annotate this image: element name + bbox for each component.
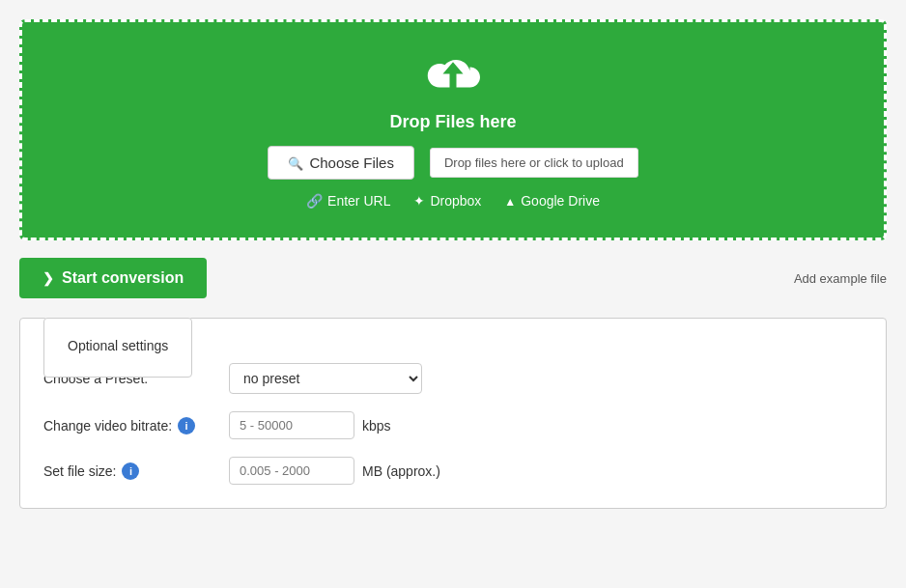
dropbox-label: Dropbox [430,193,481,209]
optional-settings-legend: Optional settings [43,318,192,378]
start-conversion-label: Start conversion [62,269,184,287]
filesize-input[interactable] [229,457,354,485]
bitrate-unit: kbps [362,418,391,434]
choose-files-label: Choose Files [309,154,394,171]
drop-files-text: Drop Files here [42,112,864,132]
dropbox-icon [413,193,425,209]
filesize-label: Set file size: i [43,462,217,480]
search-icon [288,154,303,171]
filesize-control: MB (approx.) [229,457,440,485]
choose-files-button[interactable]: Choose Files [268,146,414,180]
gdrive-link[interactable]: Google Drive [504,193,600,209]
preset-select[interactable]: no preset low quality medium quality hig… [229,363,422,394]
optional-settings-panel: Optional settings Choose a Preset: no pr… [19,318,887,509]
action-row: Start conversion Add example file [19,258,887,298]
bitrate-label: Change video bitrate: i [43,417,217,434]
filesize-info-icon[interactable]: i [122,462,139,480]
gdrive-icon [504,193,516,209]
filesize-row: Set file size: i MB (approx.) [43,457,863,485]
drop-zone[interactable]: Drop Files here Choose Files Drop files … [19,19,887,240]
enter-url-label: Enter URL [327,193,390,209]
settings-grid: Choose a Preset: no preset low quality m… [43,363,863,485]
bitrate-input[interactable] [229,411,354,439]
drop-placeholder-label: Drop files here or click to upload [430,148,638,178]
link-icon [306,193,323,209]
filesize-unit: MB (approx.) [362,463,440,479]
bitrate-row: Change video bitrate: i kbps [43,411,863,439]
gdrive-label: Google Drive [521,193,600,209]
bitrate-control: kbps [229,411,391,439]
bitrate-info-icon[interactable]: i [178,417,195,434]
enter-url-link[interactable]: Enter URL [306,193,390,209]
upload-cloud-icon [426,51,480,104]
preset-control: no preset low quality medium quality hig… [229,363,422,394]
dropbox-link[interactable]: Dropbox [413,193,481,209]
chevron-right-icon [42,269,54,287]
start-conversion-button[interactable]: Start conversion [19,258,207,298]
add-example-link[interactable]: Add example file [794,271,887,286]
